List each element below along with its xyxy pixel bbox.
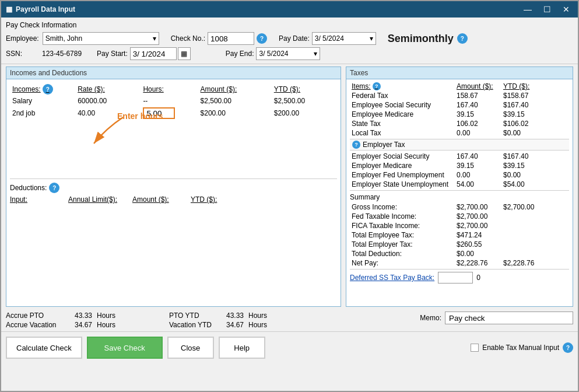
employer-tax-name-1: Employer Medicare bbox=[350, 161, 455, 170]
summary-label-1: Fed Taxable Income: bbox=[350, 212, 455, 221]
income-ytd-0: $2,500.00 bbox=[272, 96, 337, 106]
pay-start-label: Pay Start: bbox=[97, 50, 128, 58]
pay-start-group: ▦ bbox=[130, 47, 191, 60]
amount-col-header: Amount ($): bbox=[198, 83, 272, 96]
deferred-ss-value: 0 bbox=[476, 274, 480, 282]
maximize-button[interactable]: ☐ bbox=[540, 4, 555, 15]
incomes-help-button[interactable]: ? bbox=[43, 84, 53, 94]
enable-tax-help-button[interactable]: ? bbox=[563, 342, 573, 353]
close-button[interactable]: ✕ bbox=[559, 4, 573, 15]
annotation-container: Enter hours bbox=[88, 111, 135, 154]
pay-date-select[interactable]: 3/ 5/2024 ▾ bbox=[312, 32, 376, 45]
deductions-label: Deductions: bbox=[10, 184, 47, 192]
employer-tax-row-2: Employer Fed Unemployment 0.00 $0.00 bbox=[350, 170, 569, 180]
summary-value-4: $260.55 bbox=[455, 240, 501, 249]
calculate-check-button[interactable]: Calculate Check bbox=[6, 337, 82, 359]
minimize-button[interactable]: — bbox=[520, 4, 535, 15]
incomes-col-header: Incomes: ? bbox=[12, 84, 73, 94]
tax-amount-0: 158.67 bbox=[455, 91, 501, 100]
tax-ytd-col-header: YTD ($): bbox=[501, 82, 569, 91]
enable-tax-checkbox[interactable] bbox=[471, 344, 479, 352]
income-ytd-1: $200.00 bbox=[272, 106, 337, 120]
deferred-ss-link[interactable]: Deferred SS Tax Pay Back: bbox=[350, 274, 434, 282]
pay-start-calendar-button[interactable]: ▦ bbox=[178, 47, 191, 60]
save-check-button[interactable]: Save Check bbox=[87, 337, 163, 359]
income-name-1: 2nd job bbox=[10, 106, 75, 120]
summary-label-6: Net Pay: bbox=[350, 258, 455, 268]
deductions-section: Deductions: ? Input: Annual Limit($): Am… bbox=[10, 178, 337, 204]
pto-ytd-label: PTO YTD bbox=[169, 312, 222, 320]
pto-col: Accrue PTO 43.33 Hours Accrue Vacation 3… bbox=[6, 312, 169, 329]
employee-select[interactable]: Smith, John ▾ bbox=[43, 32, 159, 45]
income-amount-1: $200.00 bbox=[198, 106, 272, 120]
pay-date-label: Pay Date: bbox=[279, 34, 310, 43]
summary-row-5: Total Deduction: $0.00 bbox=[350, 249, 569, 258]
paycheck-section-label: Pay Check Information bbox=[6, 21, 573, 29]
pay-end-value: 3/ 5/2024 bbox=[259, 50, 288, 58]
pto-vacation-section: Accrue PTO 43.33 Hours Accrue Vacation 3… bbox=[1, 309, 578, 331]
vacation-ytd-unit: Hours bbox=[248, 321, 267, 329]
taxes-help-button[interactable]: ? bbox=[373, 82, 381, 90]
help-button[interactable]: Help bbox=[219, 337, 265, 359]
summary-row-6: Net Pay: $2,228.76 $2,228.76 bbox=[350, 258, 569, 268]
summary-label: Summary bbox=[350, 193, 569, 201]
summary-ytd-6: $2,228.76 bbox=[501, 258, 569, 268]
check-no-help-button[interactable]: ? bbox=[257, 33, 267, 44]
tax-name-3: State Tax bbox=[350, 119, 455, 128]
employer-tax-row-1: Employer Medicare 39.15 $39.15 bbox=[350, 161, 569, 170]
enable-tax-manual-section: Enable Tax Manual Input ? bbox=[471, 342, 573, 353]
chevron-down-icon: ▾ bbox=[153, 34, 156, 43]
income-row-1: 2nd job 40.00 $200.00 $200.00 bbox=[10, 106, 337, 120]
deferred-ss-input[interactable] bbox=[438, 272, 473, 284]
summary-ytd-3 bbox=[501, 230, 569, 240]
tax-name-0: Federal Tax bbox=[350, 91, 455, 100]
incomes-table-header: Incomes: ? Rate ($): Hours: Amount ($): … bbox=[10, 83, 337, 96]
title-bar: ▦ Payroll Data Input — ☐ ✕ bbox=[1, 1, 578, 18]
tax-ytd-0: $158.67 bbox=[501, 91, 569, 100]
frequency-label: Semimonthly bbox=[388, 33, 454, 45]
tax-name-4: Local Tax bbox=[350, 128, 455, 138]
summary-table: Gross Income: $2,700.00 $2,700.00 Fed Ta… bbox=[350, 202, 569, 268]
income-rate-0: 60000.00 bbox=[75, 96, 141, 106]
employer-tax-ytd-3: $54.00 bbox=[501, 180, 569, 189]
employer-tax-header: ? Employer Tax bbox=[350, 139, 569, 150]
incomes-panel-header: Incomes and Deductions bbox=[6, 67, 341, 79]
employer-tax-name-2: Employer Fed Unemployment bbox=[350, 170, 455, 180]
check-no-input[interactable] bbox=[208, 32, 254, 45]
income-row-0: Salary 60000.00 -- $2,500.00 $2,500.00 bbox=[10, 96, 337, 106]
enable-tax-label: Enable Tax Manual Input bbox=[482, 344, 559, 352]
employer-tax-ytd-1: $39.15 bbox=[501, 161, 569, 170]
ytd-col-header: YTD ($): bbox=[272, 83, 337, 96]
summary-ytd-1 bbox=[501, 212, 569, 221]
deductions-help-button[interactable]: ? bbox=[49, 183, 59, 193]
pay-start-input[interactable] bbox=[130, 47, 177, 60]
employer-tax-amount-1: 39.15 bbox=[455, 161, 501, 170]
pay-end-label: Pay End: bbox=[226, 50, 254, 58]
summary-value-0: $2,700.00 bbox=[455, 202, 501, 212]
chevron-down-icon: ▾ bbox=[370, 34, 373, 43]
close-button[interactable]: Close bbox=[167, 337, 214, 359]
frequency-help-button[interactable]: ? bbox=[457, 33, 468, 44]
summary-row-4: Total Employer Tax: $260.55 bbox=[350, 240, 569, 249]
summary-row-3: Total Employee Tax: $471.24 bbox=[350, 230, 569, 240]
accrue-vacation-unit: Hours bbox=[97, 321, 115, 329]
summary-row-2: FICA Taxable Income: $2,700.00 bbox=[350, 221, 569, 230]
pto-ytd-unit: Hours bbox=[248, 312, 267, 320]
deductions-col-headers: Input: Annual Limit($): Amount ($): YTD … bbox=[10, 195, 337, 204]
summary-label-5: Total Deduction: bbox=[350, 249, 455, 258]
income-amount-0: $2,500.00 bbox=[198, 96, 272, 106]
memo-input[interactable] bbox=[445, 312, 573, 324]
tax-ytd-4: $0.00 bbox=[501, 128, 569, 138]
summary-value-2: $2,700.00 bbox=[455, 221, 501, 230]
summary-label-4: Total Employer Tax: bbox=[350, 240, 455, 249]
pay-end-select[interactable]: 3/ 5/2024 ▾ bbox=[256, 47, 320, 60]
income-name-0: Salary bbox=[10, 96, 75, 106]
vacation-ytd-label: Vacation YTD bbox=[169, 321, 222, 329]
tax-row-0: Federal Tax 158.67 $158.67 bbox=[350, 91, 569, 100]
employer-tax-help-button[interactable]: ? bbox=[352, 141, 360, 149]
summary-label-0: Gross Income: bbox=[350, 202, 455, 212]
employer-taxes-table: Employer Social Security 167.40 $167.40 … bbox=[350, 152, 569, 189]
pay-date-value: 3/ 5/2024 bbox=[315, 34, 344, 43]
items-col-header: Items: ? bbox=[352, 82, 453, 90]
tax-amount-1: 167.40 bbox=[455, 100, 501, 110]
